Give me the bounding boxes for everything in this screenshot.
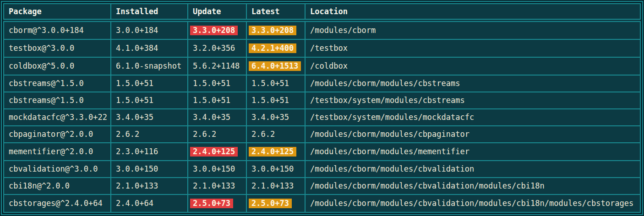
cell-location: /modules/cborm/modules/cbvalidation (305, 161, 640, 178)
cell-location: /modules/cborm/modules/cbpaginator (305, 126, 640, 143)
cell-package: cbvalidation@^3.0.0 (4, 161, 111, 178)
cell-latest: 2.1.0+133 (246, 178, 305, 194)
cell-installed: 2.1.0+133 (111, 178, 188, 194)
cell-latest: 3.3.0+208 (246, 21, 305, 40)
latest-version-badge: 2.5.0+73 (249, 199, 292, 208)
cell-installed: 3.0.0+184 (111, 21, 188, 40)
update-version-badge: 2.4.0+125 (190, 147, 238, 157)
cell-update: 3.4.0+35 (188, 109, 246, 126)
cell-location: /modules/cborm/modules/cbstreams (305, 75, 640, 92)
cell-installed: 1.5.0+51 (111, 92, 188, 109)
cell-package: cbstorages@^2.4.0+64 (4, 194, 111, 212)
table-row: cbstreams@^1.5.0 1.5.0+51 1.5.0+51 1.5.0… (4, 75, 640, 92)
cell-latest: 2.6.2 (246, 126, 305, 143)
update-version-badge: 3.3.0+208 (190, 26, 238, 35)
latest-version-badge: 3.3.0+208 (249, 26, 296, 35)
cell-location: /testbox (305, 39, 640, 57)
table-row: cbvalidation@^3.0.0 3.0.0+150 3.0.0+150 … (4, 161, 640, 178)
cell-update: 3.2.0+356 (188, 39, 246, 57)
table-row: cbstorages@^2.4.0+64 2.4.0+64 2.5.0+73 2… (4, 194, 640, 212)
update-version-badge: 5.6.2+1148 (193, 62, 240, 70)
column-header-package: Package (4, 4, 111, 21)
cell-installed: 3.4.0+35 (111, 109, 188, 126)
terminal-frame: Package Installed Update Latest Location… (1, 1, 643, 215)
cell-update: 1.5.0+51 (188, 75, 246, 92)
cell-package: mockdatacfc@^3.3.0+22 (4, 109, 111, 126)
table-row: coldbox@^5.0.0 6.1.0-snapshot 5.6.2+1148… (4, 57, 640, 75)
update-version-badge: 3.2.0+356 (193, 44, 235, 53)
cell-installed: 2.4.0+64 (111, 194, 188, 212)
cell-update: 5.6.2+1148 (188, 57, 246, 75)
column-header-location: Location (305, 4, 640, 21)
latest-version-badge: 1.5.0+51 (251, 96, 289, 105)
update-version-badge: 1.5.0+51 (193, 79, 230, 88)
latest-version-badge: 2.4.0+125 (249, 147, 296, 157)
cell-installed: 3.0.0+150 (111, 161, 188, 178)
cell-latest: 1.5.0+51 (246, 75, 305, 92)
latest-version-badge: 3.4.0+35 (251, 113, 289, 122)
update-version-badge: 2.5.0+73 (190, 199, 233, 208)
cell-location: /testbox/system/modules/cbstreams (305, 92, 640, 109)
cell-latest: 1.5.0+51 (246, 92, 305, 109)
cell-latest: 4.2.1+400 (246, 39, 305, 57)
cell-location: /modules/cborm/modules/cbvalidation/modu… (305, 178, 640, 194)
table-row: mementifier@^2.0.0 2.3.0+116 2.4.0+125 2… (4, 143, 640, 161)
cell-package: testbox@^3.0.0 (4, 39, 111, 57)
cell-location: /coldbox (305, 57, 640, 75)
cell-update: 3.3.0+208 (188, 21, 246, 40)
table-row: testbox@^3.0.0 4.1.0+384 3.2.0+356 4.2.1… (4, 39, 640, 57)
update-version-badge: 2.1.0+133 (193, 182, 235, 190)
column-header-latest: Latest (246, 4, 305, 21)
cell-location: /modules/cborm/modules/cbvalidation/modu… (305, 194, 640, 212)
cell-update: 2.4.0+125 (188, 143, 246, 161)
cell-package: cbi18n@^2.0.0 (4, 178, 111, 194)
cell-update: 1.5.0+51 (188, 92, 246, 109)
cell-latest: 2.5.0+73 (246, 194, 305, 212)
cell-location: /modules/cborm (305, 21, 640, 40)
cell-installed: 4.1.0+384 (111, 39, 188, 57)
cell-installed: 2.3.0+116 (111, 143, 188, 161)
update-version-badge: 3.0.0+150 (193, 165, 235, 173)
cell-location: /modules/cborm/modules/mementifier (305, 143, 640, 161)
cell-installed: 6.1.0-snapshot (111, 57, 188, 75)
table-row: cbpaginator@^2.0.0 2.6.2 2.6.2 2.6.2 /mo… (4, 126, 640, 143)
column-header-installed: Installed (111, 4, 188, 21)
cell-update: 2.1.0+133 (188, 178, 246, 194)
package-outdated-table: Package Installed Update Latest Location… (3, 3, 641, 213)
column-header-update: Update (188, 4, 246, 21)
cell-location: /testbox/system/modules/mockdatacfc (305, 109, 640, 126)
cell-latest: 3.0.0+150 (246, 161, 305, 178)
cell-latest: 2.4.0+125 (246, 143, 305, 161)
latest-version-badge: 2.6.2 (251, 130, 275, 139)
latest-version-badge: 2.1.0+133 (251, 182, 294, 190)
cell-update: 3.0.0+150 (188, 161, 246, 178)
update-version-badge: 3.4.0+35 (193, 113, 230, 122)
cell-update: 2.6.2 (188, 126, 246, 143)
header-row: Package Installed Update Latest Location (4, 4, 640, 21)
cell-package: cbstreams@^1.5.0 (4, 75, 111, 92)
table-row: cbi18n@^2.0.0 2.1.0+133 2.1.0+133 2.1.0+… (4, 178, 640, 194)
cell-installed: 1.5.0+51 (111, 75, 188, 92)
cell-latest: 3.4.0+35 (246, 109, 305, 126)
latest-version-badge: 3.0.0+150 (251, 165, 294, 173)
latest-version-badge: 6.4.0+1513 (249, 61, 301, 71)
table-row: mockdatacfc@^3.3.0+22 3.4.0+35 3.4.0+35 … (4, 109, 640, 126)
cell-latest: 6.4.0+1513 (246, 57, 305, 75)
cell-package: cbstreams@^1.5.0 (4, 92, 111, 109)
latest-version-badge: 4.2.1+400 (249, 43, 296, 53)
cell-installed: 2.6.2 (111, 126, 188, 143)
latest-version-badge: 1.5.0+51 (251, 79, 289, 88)
update-version-badge: 1.5.0+51 (193, 96, 230, 105)
table-row: cbstreams@^1.5.0 1.5.0+51 1.5.0+51 1.5.0… (4, 92, 640, 109)
update-version-badge: 2.6.2 (193, 130, 216, 139)
table-row: cborm@^3.0.0+184 3.0.0+184 3.3.0+208 3.3… (4, 21, 640, 40)
cell-package: coldbox@^5.0.0 (4, 57, 111, 75)
cell-update: 2.5.0+73 (188, 194, 246, 212)
cell-package: mementifier@^2.0.0 (4, 143, 111, 161)
cell-package: cbpaginator@^2.0.0 (4, 126, 111, 143)
cell-package: cborm@^3.0.0+184 (4, 21, 111, 40)
